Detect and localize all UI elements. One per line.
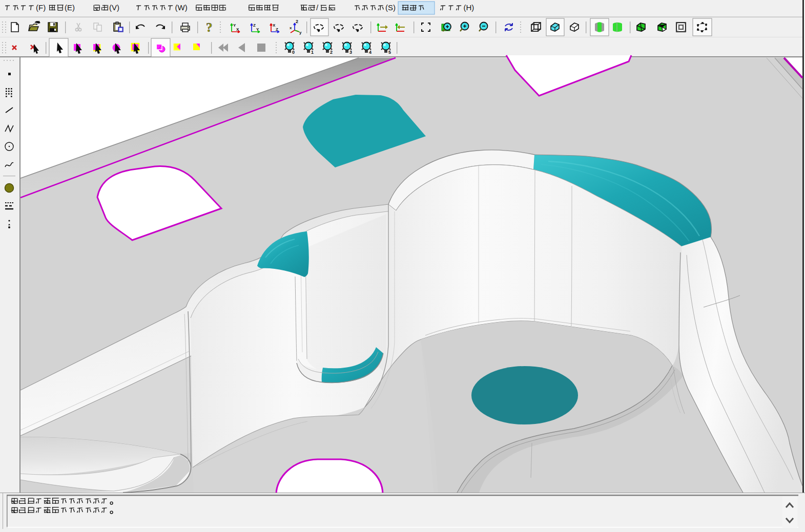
- svg-text:Y: Y: [256, 27, 259, 32]
- svg-text:x: x: [290, 26, 292, 30]
- svg-text:2: 2: [330, 50, 333, 55]
- svg-text:(H): (H): [464, 3, 474, 12]
- svg-text:Z: Z: [253, 23, 256, 28]
- svg-text:(W): (W): [175, 3, 188, 12]
- svg-text:5: 5: [388, 50, 391, 55]
- svg-text:(S): (S): [385, 3, 396, 12]
- svg-text:(V): (V): [109, 3, 119, 12]
- svg-text:3: 3: [349, 50, 352, 55]
- svg-text:2: 2: [296, 19, 298, 24]
- svg-text:y: y: [299, 30, 302, 35]
- svg-text:1: 1: [311, 50, 314, 55]
- svg-text:Z: Z: [276, 27, 278, 32]
- svg-text:X: X: [236, 27, 239, 32]
- svg-text:(E): (E): [65, 3, 75, 12]
- svg-text:?: ?: [206, 20, 213, 34]
- svg-text:4: 4: [369, 50, 371, 55]
- svg-text:(F): (F): [36, 3, 46, 12]
- svg-text:0: 0: [292, 50, 295, 55]
